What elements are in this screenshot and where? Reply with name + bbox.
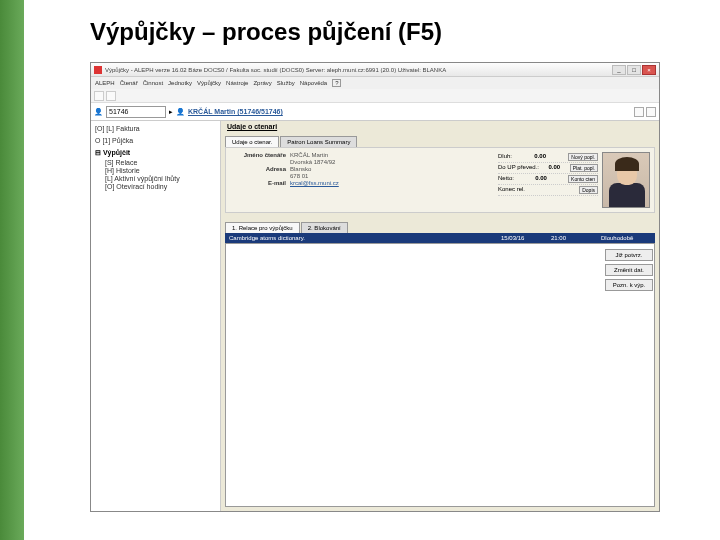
value-addr1: Dvorská 1874/92 <box>290 159 335 165</box>
tree-item-historie[interactable]: [H] Historie <box>105 167 216 174</box>
menu-nastroje[interactable]: Nástroje <box>226 80 248 86</box>
toolbar <box>91 89 659 103</box>
left-tree-panel: [O] [L] Faktura O [1] Půjčka ⊟ Výpůjčit … <box>91 121 221 511</box>
patron-id-field[interactable]: 51746 <box>106 106 166 118</box>
menu-jednotky[interactable]: Jednotky <box>168 80 192 86</box>
menubar: ALEPH Čtenář Činnost Jednotky Výpůjčky N… <box>91 77 659 89</box>
right-panel: Udaje o ctenari Udaje o ctenar. Patron L… <box>221 121 659 511</box>
loan-row-selected[interactable]: Cambridge atoms dictionary. 15/03/16 21:… <box>225 233 655 243</box>
menu-cinnost[interactable]: Činnost <box>143 80 163 86</box>
id-bar: 👤 51746 ▸ 👤 KRČÁL Martin (51746/51746) <box>91 103 659 121</box>
slide-title: Výpůjčky – proces půjčení (F5) <box>90 18 442 46</box>
btn-zmenit-dat[interactable]: Změnit dat. <box>605 264 653 276</box>
tree-tab-pujcka[interactable]: O [1] Půjčka <box>95 137 133 144</box>
value-netto: 0.00 <box>535 175 547 183</box>
value-addr3: 678 01 <box>290 173 308 179</box>
map-icon[interactable] <box>634 107 644 117</box>
tree-tab-faktura[interactable]: [O] [L] Faktura <box>95 125 140 132</box>
btn-konto-cten[interactable]: Konto cten <box>568 175 598 183</box>
app-icon <box>94 66 102 74</box>
label-netto: Netto: <box>498 175 514 183</box>
patron-photo <box>602 152 650 208</box>
tree-root[interactable]: ⊟ Výpůjčit <box>95 149 216 157</box>
side-action-buttons: Již potvrz. Změnit dat. Pozn. k výp. <box>605 249 653 291</box>
tool-icon[interactable] <box>646 107 656 117</box>
loan-cell-date: 15/03/16 <box>501 235 551 241</box>
window-title: Výpůjčky - ALEPH verze 16.02 Báze DOCS0 … <box>105 67 612 73</box>
menu-ctenar[interactable]: Čtenář <box>120 80 138 86</box>
menu-zpravy[interactable]: Zprávy <box>253 80 271 86</box>
minimize-button[interactable]: _ <box>612 65 626 75</box>
titlebar: Výpůjčky - ALEPH verze 16.02 Báze DOCS0 … <box>91 63 659 77</box>
tree-item-oteviraci[interactable]: [O] Otevírací hodiny <box>105 183 216 190</box>
person-icon: 👤 <box>94 108 103 116</box>
loan-cell-time: 21:00 <box>551 235 601 241</box>
label-email: E-mail <box>230 180 290 186</box>
patron-info-header: Udaje o ctenari <box>221 121 659 133</box>
tree-item-relace[interactable]: [S] Relace <box>105 159 216 166</box>
value-doup: 0.00 <box>548 164 560 172</box>
menu-napoveda[interactable]: Nápověda <box>300 80 327 86</box>
value-email[interactable]: krcal@fss.muni.cz <box>290 180 339 186</box>
tree-item-aktivni[interactable]: [L] Aktivní výpůjční lhůty <box>105 175 216 182</box>
toolbar-button-1[interactable] <box>94 91 104 101</box>
app-window: Výpůjčky - ALEPH verze 16.02 Báze DOCS0 … <box>90 62 660 512</box>
maximize-button[interactable]: □ <box>627 65 641 75</box>
loan-cell-status: Dlouhodobě <box>601 235 651 241</box>
btn-plat-popl[interactable]: Plat. popl. <box>570 164 598 172</box>
label-name: Jméno čtenáře <box>230 152 290 158</box>
person-icon-2: 👤 <box>176 108 185 116</box>
subtab-blokovani[interactable]: 2. Blokování <box>301 222 348 233</box>
btn-pozn-k-vyp[interactable]: Pozn. k výp. <box>605 279 653 291</box>
close-button[interactable]: × <box>642 65 656 75</box>
menu-vypujcky[interactable]: Výpůjčky <box>197 80 221 86</box>
value-name: KRČÁL Martin <box>290 152 328 158</box>
balance-column: Dluh:0.00Nový popl. Do UP převed.:0.00Pl… <box>498 152 598 208</box>
btn-jiz-potvrz[interactable]: Již potvrz. <box>605 249 653 261</box>
btn-novy-popl[interactable]: Nový popl. <box>568 153 598 161</box>
slide-accent-stripe <box>0 0 24 540</box>
label-dluh: Dluh: <box>498 153 512 161</box>
patron-name-link[interactable]: KRČÁL Martin (51746/51746) <box>188 108 283 115</box>
loan-list-body <box>225 243 655 507</box>
menu-aleph[interactable]: ALEPH <box>95 80 115 86</box>
help-icon[interactable]: ? <box>332 79 341 87</box>
label-konec: Konec rel. <box>498 186 525 194</box>
loan-cell-title: Cambridge atoms dictionary. <box>229 235 501 241</box>
btn-dopis[interactable]: Dopis <box>579 186 598 194</box>
menu-sluzby[interactable]: Služby <box>277 80 295 86</box>
toolbar-button-2[interactable] <box>106 91 116 101</box>
value-dluh: 0.00 <box>534 153 546 161</box>
tab-loans-summary[interactable]: Patron Loans Summary <box>280 136 357 147</box>
confirm-icon[interactable]: ▸ <box>169 108 173 116</box>
value-addr2: Blansko <box>290 166 311 172</box>
patron-card: Jméno čtenářeKRČÁL Martin Dvorská 1874/9… <box>225 147 655 213</box>
label-address: Adresa <box>230 166 290 172</box>
subtab-relace[interactable]: 1. Relace pro výpůjčku <box>225 222 300 233</box>
tab-udaje[interactable]: Udaje o ctenar. <box>225 136 279 147</box>
label-doup: Do UP převed.: <box>498 164 539 172</box>
